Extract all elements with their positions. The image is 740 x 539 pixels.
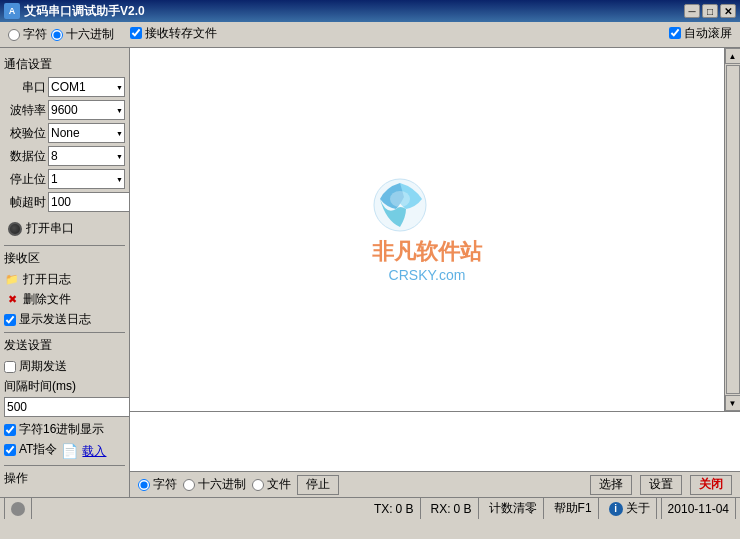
show-send-log-label[interactable]: 显示发送日志 (4, 311, 125, 328)
count-clear-seg[interactable]: 计数清零 (483, 498, 544, 519)
send-file-radio[interactable] (252, 479, 264, 491)
timeout-label: 帧超时 (4, 194, 46, 211)
databits-label: 数据位 (4, 148, 46, 165)
interval-spinbox: ▲ ▼ (4, 397, 125, 417)
databits-select[interactable]: 8765 (48, 146, 125, 166)
recv-file-checkbox-label[interactable]: 接收转存文件 (130, 25, 217, 42)
baudrate-row: 波特率 9600192003840057600115200 (4, 100, 125, 120)
tx-label: TX: (374, 502, 393, 516)
char-mode-radio[interactable] (8, 29, 20, 41)
send-section-title: 发送设置 (4, 337, 125, 354)
autoscroll-checkbox[interactable] (669, 27, 681, 39)
baudrate-label: 波特率 (4, 102, 46, 119)
recv-file-checkbox[interactable] (130, 27, 142, 39)
count-clear-label: 计数清零 (489, 500, 537, 517)
help-seg[interactable]: 帮助F1 (548, 498, 599, 519)
app-icon: A (4, 3, 20, 19)
hex16-display-checkbox[interactable] (4, 424, 16, 436)
send-mode-radio-group: 字符 十六进制 文件 停止 (138, 475, 582, 495)
about-seg[interactable]: i 关于 (603, 498, 657, 519)
port-select[interactable]: COM1COM2COM3COM4 (48, 77, 125, 97)
timeout-input[interactable] (48, 192, 130, 212)
tx-seg: TX: 0 B (368, 498, 421, 519)
show-send-log-checkbox[interactable] (4, 314, 16, 326)
operation-section: 操作 发送 (4, 470, 125, 497)
load-icon: 📄 (61, 443, 78, 459)
autoscroll-checkbox-label[interactable]: 自动滚屏 (669, 25, 732, 42)
open-log-label: 打开日志 (23, 271, 71, 288)
open-log-item[interactable]: 📁 打开日志 (4, 271, 125, 288)
stopbits-select[interactable]: 11.52 (48, 169, 125, 189)
minimize-button[interactable]: ─ (684, 4, 700, 18)
baudrate-select-wrapper: 9600192003840057600115200 (48, 100, 125, 120)
load-label[interactable]: 载入 (82, 443, 106, 460)
periodic-send-checkbox[interactable] (4, 361, 16, 373)
close-bottom-button[interactable]: 关闭 (690, 475, 732, 495)
port-row: 串口 COM1COM2COM3COM4 (4, 77, 125, 97)
status-bar: TX: 0 B RX: 0 B 计数清零 帮助F1 i 关于 2010-11-0… (0, 497, 740, 519)
timeout-row: 帧超时 ▲ ▼ (4, 192, 125, 212)
send-file-label[interactable]: 文件 (252, 476, 291, 493)
vertical-scrollbar[interactable]: ▲ ▼ (724, 48, 740, 411)
parity-label: 校验位 (4, 125, 46, 142)
comm-settings-title: 通信设置 (4, 56, 125, 73)
recv-section: 接收区 📁 打开日志 ✖ 删除文件 显示发送日志 (4, 250, 125, 328)
send-hex-radio[interactable] (183, 479, 195, 491)
scroll-thumb[interactable] (726, 65, 740, 394)
settings-button[interactable]: 设置 (640, 475, 682, 495)
at-cmd-label[interactable]: AT指令 (4, 441, 57, 458)
status-indicator-icon (11, 502, 25, 516)
delete-file-item[interactable]: ✖ 删除文件 (4, 291, 125, 308)
send-button-label: 发送 (62, 496, 102, 498)
interval-label-text: 间隔时间(ms) (4, 378, 125, 395)
open-port-button[interactable]: 打开串口 (4, 218, 125, 239)
open-port-label: 打开串口 (26, 220, 74, 237)
scroll-down-arrow[interactable]: ▼ (725, 395, 741, 411)
maximize-button[interactable]: □ (702, 4, 718, 18)
select-button[interactable]: 选择 (590, 475, 632, 495)
send-button[interactable]: 发送 (4, 491, 125, 497)
about-label: 关于 (626, 500, 650, 517)
send-textarea[interactable] (130, 412, 740, 471)
watermark: 非凡软件站 CRSKY.com (372, 177, 482, 283)
databits-select-wrapper: 8765 (48, 146, 125, 166)
port-label: 串口 (4, 79, 46, 96)
close-button[interactable]: ✕ (720, 4, 736, 18)
tx-value: 0 B (396, 502, 414, 516)
stop-button[interactable]: 停止 (297, 475, 339, 495)
status-icon-seg (4, 498, 32, 519)
recv-display: 非凡软件站 CRSKY.com (130, 48, 724, 411)
at-cmd-checkbox[interactable] (4, 444, 16, 456)
periodic-send-label[interactable]: 周期发送 (4, 358, 125, 375)
port-select-wrapper: COM1COM2COM3COM4 (48, 77, 125, 97)
hex16-display-label[interactable]: 字符16进制显示 (4, 421, 125, 438)
send-char-label[interactable]: 字符 (138, 476, 177, 493)
svg-point-1 (390, 191, 410, 207)
interval-input[interactable] (4, 397, 130, 417)
char-mode-label[interactable]: 字符 (8, 26, 47, 43)
main-content: 字符 十六进制 接收转存文件 自动滚屏 通信设置 串口 COM1 (0, 22, 740, 497)
send-hex-label[interactable]: 十六进制 (183, 476, 246, 493)
left-panel: 通信设置 串口 COM1COM2COM3COM4 波特率 96001920038… (0, 48, 130, 497)
at-cmd-row: AT指令 📄 载入 (4, 441, 125, 461)
hex-mode-label[interactable]: 十六进制 (51, 26, 114, 43)
divider-3 (4, 465, 125, 466)
divider-2 (4, 332, 125, 333)
hex-mode-radio[interactable] (51, 29, 63, 41)
rx-value: 0 B (454, 502, 472, 516)
stopbits-select-wrapper: 11.52 (48, 169, 125, 189)
send-input-area (130, 411, 740, 471)
title-text: 艾码串口调试助手V2.0 (24, 3, 145, 20)
open-log-icon: 📁 (4, 272, 20, 288)
send-char-radio[interactable] (138, 479, 150, 491)
recv-display-wrapper: 非凡软件站 CRSKY.com ▲ ▼ (130, 48, 740, 411)
delete-file-label: 删除文件 (23, 291, 71, 308)
parity-select-wrapper: NoneOddEven (48, 123, 125, 143)
scroll-up-arrow[interactable]: ▲ (725, 48, 741, 64)
operation-title: 操作 (4, 470, 125, 487)
body-layout: 通信设置 串口 COM1COM2COM3COM4 波特率 96001920038… (0, 48, 740, 497)
baudrate-select[interactable]: 9600192003840057600115200 (48, 100, 125, 120)
port-status-indicator (8, 222, 22, 236)
parity-row: 校验位 NoneOddEven (4, 123, 125, 143)
parity-select[interactable]: NoneOddEven (48, 123, 125, 143)
